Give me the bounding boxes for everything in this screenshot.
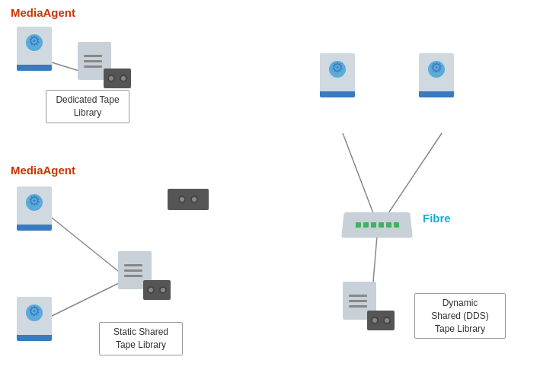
server-2-bottom-gear: ⚙ — [28, 303, 40, 320]
static-shared-label: Static SharedTape Library — [99, 322, 183, 355]
switch-port-6 — [393, 222, 398, 228]
reel-1 — [107, 75, 115, 82]
svg-line-1 — [44, 212, 122, 274]
server-2-top-body: ⚙ — [17, 186, 52, 231]
server-1-gear: ⚙ — [28, 33, 40, 49]
tape-line-s1 — [124, 264, 142, 266]
svg-line-5 — [373, 236, 377, 282]
reel-2 — [120, 75, 127, 82]
svg-line-3 — [343, 133, 373, 213]
reel-5 — [147, 286, 155, 294]
reel-8 — [383, 317, 391, 324]
server-1-body: ⚙ — [17, 27, 52, 71]
svg-line-4 — [388, 133, 442, 213]
server-right-2-body: ⚙ — [419, 53, 454, 97]
tape-line-d3 — [349, 305, 367, 308]
tape-line-2 — [84, 60, 102, 62]
reel-7 — [371, 317, 379, 324]
reel-3 — [178, 196, 186, 203]
reel-4 — [190, 196, 198, 203]
server-2-top-gear: ⚙ — [28, 193, 40, 209]
reel-6 — [159, 286, 167, 294]
tape-line-s2 — [124, 269, 142, 272]
switch-port-5 — [385, 222, 391, 228]
tape-line-3 — [84, 65, 102, 68]
tape-line-d1 — [349, 295, 367, 297]
dedicated-label: Dedicated TapeLibrary — [46, 90, 129, 123]
server-right-2-gear: ⚙ — [430, 59, 443, 76]
server-right-1-gear: ⚙ — [331, 59, 343, 76]
server-right-1-body: ⚙ — [320, 53, 355, 97]
mediaagent-label-1: MediaAgent — [11, 6, 75, 19]
server-2-bottom: ⚙ — [17, 297, 52, 341]
server-1: ⚙ — [17, 27, 52, 71]
switch-port-4 — [378, 222, 383, 228]
mediaagent-label-2: MediaAgent — [11, 164, 75, 177]
fibre-label: Fibre — [423, 212, 451, 225]
diagram-container: MediaAgent ⚙ Dedicated TapeLibrary Media… — [0, 0, 540, 392]
tape-line-d2 — [349, 300, 367, 302]
server-right-1: ⚙ — [320, 53, 355, 97]
tape-line-s3 — [124, 275, 142, 277]
svg-line-2 — [44, 282, 122, 320]
switch-port-3 — [370, 222, 375, 228]
server-right-2: ⚙ — [419, 53, 454, 97]
switch-port-1 — [355, 222, 360, 228]
fibre-switch — [341, 212, 413, 238]
server-2-top: ⚙ — [17, 186, 52, 231]
dynamic-label: DynamicShared (DDS)Tape Library — [414, 293, 506, 339]
server-2-bottom-body: ⚙ — [17, 297, 52, 341]
tape-line-1 — [84, 55, 102, 57]
switch-port-2 — [363, 222, 368, 228]
